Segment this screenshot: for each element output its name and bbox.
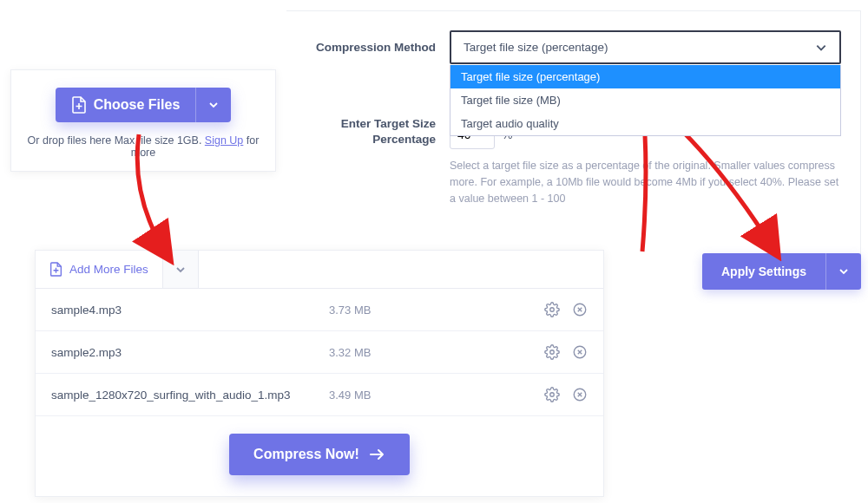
chevron-down-icon (815, 42, 827, 54)
compression-method-select[interactable]: Target file size (percentage) (450, 30, 841, 64)
svg-point-4 (550, 393, 555, 397)
option-audio-quality[interactable]: Target audio quality (450, 112, 840, 135)
file-add-icon (71, 96, 87, 114)
add-more-files-dropdown[interactable] (162, 251, 199, 288)
apply-settings-button[interactable]: Apply Settings (702, 253, 861, 290)
file-remove-button[interactable] (572, 302, 588, 317)
files-panel: Add More Files sample4.mp33.73 MBsample2… (35, 250, 604, 497)
file-settings-button[interactable] (544, 344, 560, 360)
svg-point-2 (550, 350, 555, 355)
close-circle-icon (572, 302, 588, 317)
chevron-down-icon (838, 266, 849, 277)
gear-icon (544, 387, 560, 402)
add-more-files-label: Add More Files (69, 263, 148, 276)
choose-files-dropdown[interactable] (195, 88, 231, 122)
add-more-files-button[interactable]: Add More Files (36, 251, 162, 288)
chevron-down-icon (208, 100, 219, 110)
compress-now-label: Compress Now! (253, 447, 359, 462)
file-remove-button[interactable] (572, 387, 588, 402)
file-name: sample2.mp3 (51, 346, 329, 359)
files-panel-header: Add More Files (36, 251, 603, 289)
gear-icon (544, 302, 560, 317)
close-circle-icon (572, 344, 588, 360)
compression-settings-panel: Compression Method Target file size (per… (286, 10, 861, 288)
file-name: sample_1280x720_surfing_with_audio_1.mp3 (51, 389, 329, 402)
apply-settings-dropdown[interactable] (825, 253, 861, 290)
sign-up-link[interactable]: Sign Up (205, 134, 243, 147)
apply-settings-label: Apply Settings (702, 253, 825, 290)
close-circle-icon (572, 387, 588, 402)
gear-icon (544, 344, 560, 360)
compress-now-button[interactable]: Compress Now! (229, 434, 410, 475)
target-size-label: Enter Target Size Percentage (306, 106, 436, 147)
arrow-right-icon (370, 448, 385, 461)
drop-hint-text: Or drop files here Max file size 1GB. Si… (27, 134, 260, 159)
file-name: sample4.mp3 (51, 304, 329, 317)
file-row: sample4.mp33.73 MB (36, 289, 603, 331)
file-size: 3.49 MB (329, 389, 544, 402)
compression-method-selected-text: Target file size (percentage) (464, 41, 608, 54)
file-size: 3.73 MB (329, 304, 544, 317)
choose-files-button[interactable]: Choose Files (56, 88, 232, 122)
chevron-down-icon (175, 265, 186, 275)
target-size-label-line1: Enter Target Size (306, 116, 436, 132)
option-mb[interactable]: Target file size (MB) (450, 88, 840, 112)
compression-method-label: Compression Method (306, 30, 436, 64)
file-size: 3.32 MB (329, 346, 544, 359)
choose-files-label: Choose Files (94, 97, 181, 113)
file-add-icon (49, 262, 62, 277)
svg-point-0 (550, 308, 555, 312)
target-size-label-line2: Percentage (306, 132, 436, 147)
choose-files-button-main[interactable]: Choose Files (56, 88, 196, 122)
compression-method-options: Target file size (percentage) Target fil… (450, 65, 841, 136)
files-panel-footer: Compress Now! (36, 416, 603, 496)
drop-hint-pre: Or drop files here Max file size 1GB. (28, 134, 205, 147)
option-percentage[interactable]: Target file size (percentage) (450, 65, 840, 88)
file-remove-button[interactable] (572, 344, 588, 360)
file-row: sample2.mp33.32 MB (36, 331, 603, 374)
file-settings-button[interactable] (544, 387, 560, 402)
file-row: sample_1280x720_surfing_with_audio_1.mp3… (36, 374, 603, 416)
target-size-help-text: Select a target file size as a percentag… (450, 158, 841, 206)
file-settings-button[interactable] (544, 302, 560, 317)
upload-card: Choose Files Or drop files here Max file… (10, 69, 276, 172)
